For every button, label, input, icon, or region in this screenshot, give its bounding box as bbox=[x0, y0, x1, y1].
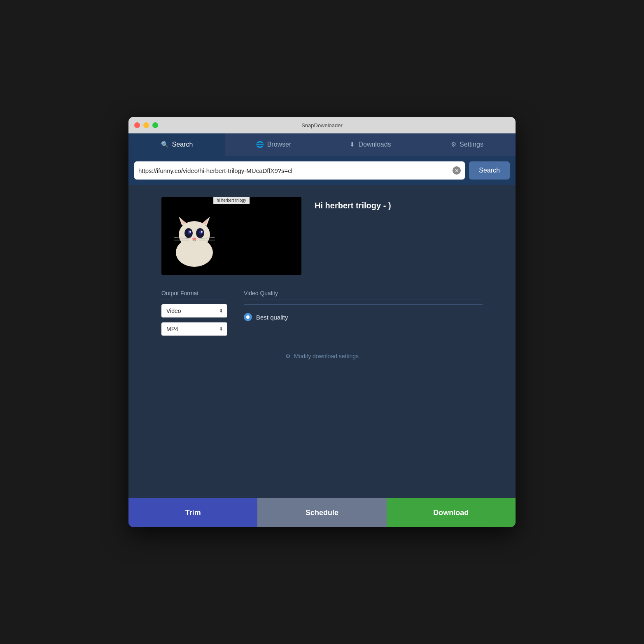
search-bar: ✕ Search bbox=[128, 156, 516, 185]
quality-divider bbox=[244, 304, 483, 305]
maximize-button[interactable] bbox=[152, 122, 158, 128]
schedule-button[interactable]: Schedule bbox=[257, 498, 386, 527]
tab-search-label: Search bbox=[172, 141, 193, 148]
options-section: Output Format Video Audio Image ⬍ MP4 MK… bbox=[161, 290, 483, 341]
video-thumbnail: hi herbert trilogy bbox=[161, 197, 301, 275]
tab-downloads-label: Downloads bbox=[358, 141, 391, 148]
video-title: Hi herbert trilogy - ) bbox=[315, 201, 391, 210]
search-button[interactable]: Search bbox=[469, 161, 510, 180]
cat-illustration bbox=[161, 205, 227, 271]
nav-tabs: 🔍 Search 🌐 Browser ⬇ Downloads ⚙ Setting… bbox=[128, 133, 516, 156]
tab-downloads[interactable]: ⬇ Downloads bbox=[322, 133, 419, 156]
clear-button[interactable]: ✕ bbox=[453, 166, 461, 175]
tab-browser[interactable]: 🌐 Browser bbox=[225, 133, 322, 156]
app-window: SnapDownloader 🔍 Search 🌐 Browser ⬇ Down… bbox=[128, 117, 516, 527]
container-select-wrapper: MP4 MKV AVI MOV ⬍ bbox=[161, 322, 227, 336]
format-select-wrapper: Video Audio Image ⬍ bbox=[161, 304, 227, 317]
tab-settings[interactable]: ⚙ Settings bbox=[419, 133, 516, 156]
tab-browser-label: Browser bbox=[267, 141, 292, 148]
output-format-section: Output Format Video Audio Image ⬍ MP4 MK… bbox=[161, 290, 227, 341]
radio-best-quality[interactable] bbox=[244, 313, 252, 321]
url-input[interactable] bbox=[138, 167, 453, 174]
search-tab-icon: 🔍 bbox=[161, 141, 169, 148]
trim-button[interactable]: Trim bbox=[128, 498, 257, 527]
format-select[interactable]: Video Audio Image bbox=[161, 304, 227, 317]
url-input-wrapper: ✕ bbox=[134, 161, 465, 180]
svg-point-1 bbox=[179, 221, 210, 248]
main-content: hi herbert trilogy bbox=[128, 185, 516, 498]
modify-settings[interactable]: ⚙ Modify download settings bbox=[161, 341, 483, 368]
bottom-bar: Trim Schedule Download bbox=[128, 498, 516, 527]
thumbnail-title: hi herbert trilogy bbox=[213, 197, 250, 204]
quality-section-label: Video Quality bbox=[244, 290, 483, 299]
modify-settings-icon: ⚙ bbox=[285, 353, 291, 359]
svg-point-10 bbox=[189, 231, 191, 233]
downloads-tab-icon: ⬇ bbox=[350, 141, 355, 148]
container-select[interactable]: MP4 MKV AVI MOV bbox=[161, 322, 227, 336]
download-button[interactable]: Download bbox=[387, 498, 516, 527]
video-info: hi herbert trilogy bbox=[161, 197, 483, 275]
tab-search[interactable]: 🔍 Search bbox=[128, 133, 225, 156]
close-button[interactable] bbox=[134, 122, 140, 128]
svg-point-12 bbox=[192, 238, 196, 240]
tab-settings-label: Settings bbox=[460, 141, 483, 148]
browser-tab-icon: 🌐 bbox=[256, 141, 264, 148]
minimize-button[interactable] bbox=[143, 122, 149, 128]
traffic-lights bbox=[134, 122, 158, 128]
radio-inner bbox=[246, 315, 250, 319]
titlebar: SnapDownloader bbox=[128, 117, 516, 133]
settings-tab-icon: ⚙ bbox=[451, 141, 456, 148]
video-meta: Hi herbert trilogy - ) bbox=[315, 197, 391, 275]
video-quality-section: Video Quality Best quality bbox=[244, 290, 483, 341]
app-title: SnapDownloader bbox=[301, 122, 343, 128]
modify-settings-label: Modify download settings bbox=[294, 353, 359, 359]
output-format-label: Output Format bbox=[161, 290, 227, 299]
quality-label-best: Best quality bbox=[256, 314, 288, 321]
quality-option-best[interactable]: Best quality bbox=[244, 313, 483, 321]
svg-point-11 bbox=[201, 231, 203, 233]
